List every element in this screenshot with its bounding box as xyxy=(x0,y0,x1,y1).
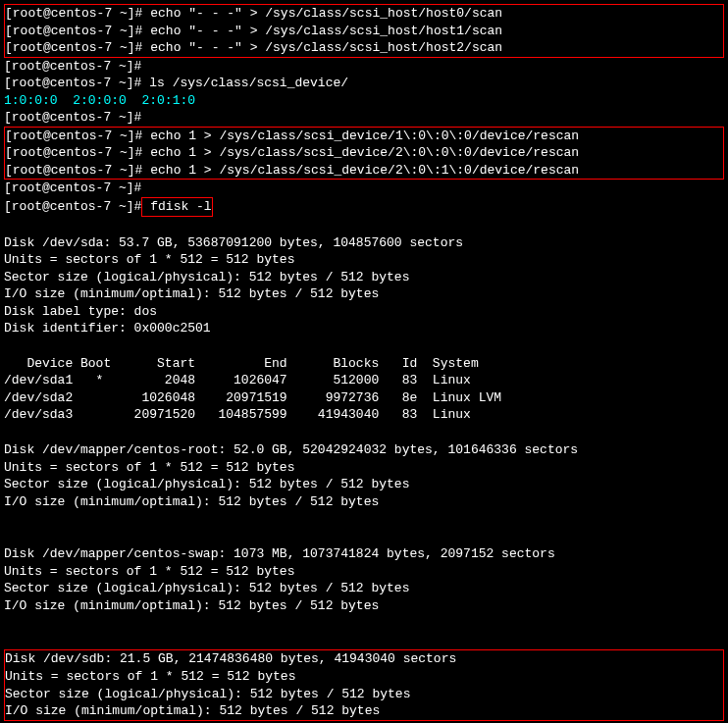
scan-host1-cmd: echo "- - -" > /sys/class/scsi_host/host… xyxy=(142,24,502,38)
disk-swap-line3: Sector size (logical/physical): 512 byte… xyxy=(4,580,724,597)
rescan0-cmd: echo 1 > /sys/class/scsi_device/1\:0\:0\… xyxy=(142,129,579,143)
disk-root-line1: Disk /dev/mapper/centos-root: 52.0 GB, 5… xyxy=(4,441,724,459)
prompt: [root@centos-7 ~]# xyxy=(4,59,141,74)
prompt: [root@centos-7 ~]# xyxy=(4,181,141,195)
ls-cmd: ls /sys/class/scsi_device/ xyxy=(141,76,348,90)
scan-commands-box: [root@centos-7 ~]# echo "- - -" > /sys/c… xyxy=(4,4,724,58)
partition-row: /dev/sda3 20971520 104857599 41943040 83… xyxy=(4,406,724,424)
partition-header: Device Boot Start End Blocks Id System xyxy=(4,355,724,373)
disk-swap-line2: Units = sectors of 1 * 512 = 512 bytes xyxy=(4,563,724,581)
prompt: [root@centos-7 ~]# xyxy=(5,40,142,55)
disk-swap-line4: I/O size (minimum/optimal): 512 bytes / … xyxy=(4,597,724,615)
disk-swap-line1: Disk /dev/mapper/centos-swap: 1073 MB, 1… xyxy=(4,545,724,563)
disk-root-line2: Units = sectors of 1 * 512 = 512 bytes xyxy=(4,459,724,477)
prompt: [root@centos-7 ~]# xyxy=(5,163,142,178)
disk-sdb-line1: Disk /dev/sdb: 21.5 GB, 21474836480 byte… xyxy=(5,650,723,668)
disk-root-line3: Sector size (logical/physical): 512 byte… xyxy=(4,476,724,493)
prompt: [root@centos-7 ~]# xyxy=(5,129,142,143)
fdisk-cmd-box: fdisk -l xyxy=(141,197,212,217)
scan-host2-cmd: echo "- - -" > /sys/class/scsi_host/host… xyxy=(142,40,502,55)
disk-sda-line4: I/O size (minimum/optimal): 512 bytes / … xyxy=(4,285,724,303)
terminal-content[interactable]: [root@centos-7 ~]# echo "- - -" > /sys/c… xyxy=(4,4,724,723)
prompt: [root@centos-7 ~]# xyxy=(5,24,142,38)
fdisk-cmd: fdisk -l xyxy=(142,199,211,214)
scan-host0-cmd: echo "- - -" > /sys/class/scsi_host/host… xyxy=(142,6,502,21)
prompt: [root@centos-7 ~]# xyxy=(4,199,141,214)
rescan2-cmd: echo 1 > /sys/class/scsi_device/2\:0\:1\… xyxy=(142,163,579,178)
prompt: [root@centos-7 ~]# xyxy=(5,145,142,160)
disk-root-line4: I/O size (minimum/optimal): 512 bytes / … xyxy=(4,493,724,511)
rescan1-cmd: echo 1 > /sys/class/scsi_device/2\:0\:0\… xyxy=(142,145,579,160)
disk-sdb-line2: Units = sectors of 1 * 512 = 512 bytes xyxy=(5,668,723,686)
ls-output: 1:0:0:0 2:0:0:0 2:0:1:0 xyxy=(4,92,724,110)
disk-sda-line5: Disk label type: dos xyxy=(4,303,724,321)
partition-row: /dev/sda2 1026048 20971519 9972736 8e Li… xyxy=(4,389,724,407)
prompt: [root@centos-7 ~]# xyxy=(4,76,141,90)
disk-sda-line2: Units = sectors of 1 * 512 = 512 bytes xyxy=(4,251,724,269)
disk-sda-line3: Sector size (logical/physical): 512 byte… xyxy=(4,269,724,286)
disk-sda-line1: Disk /dev/sda: 53.7 GB, 53687091200 byte… xyxy=(4,234,724,252)
prompt: [root@centos-7 ~]# xyxy=(4,110,141,125)
disk-sda-line6: Disk identifier: 0x000c2501 xyxy=(4,320,724,337)
disk-sdb-box: Disk /dev/sdb: 21.5 GB, 21474836480 byte… xyxy=(4,649,724,720)
prompt: [root@centos-7 ~]# xyxy=(5,6,142,21)
rescan-commands-box: [root@centos-7 ~]# echo 1 > /sys/class/s… xyxy=(4,127,724,181)
disk-sdb-line3: Sector size (logical/physical): 512 byte… xyxy=(5,686,723,703)
disk-sdb-line4: I/O size (minimum/optimal): 512 bytes / … xyxy=(5,702,723,720)
partition-row: /dev/sda1 * 2048 1026047 512000 83 Linux xyxy=(4,372,724,389)
